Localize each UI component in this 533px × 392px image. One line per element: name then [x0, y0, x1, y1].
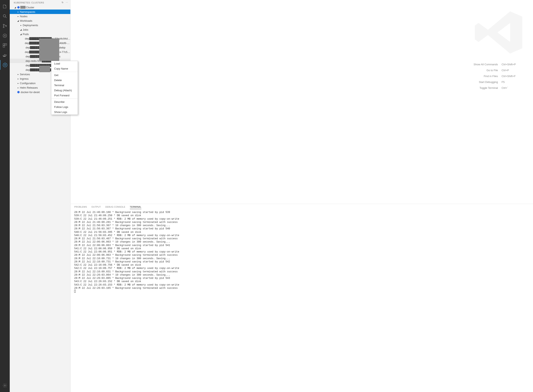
kubernetes-icon	[17, 91, 20, 93]
tree-pods[interactable]: ◢ Pods	[10, 32, 70, 36]
svg-marker-11	[17, 6, 20, 9]
activity-debug[interactable]	[0, 31, 10, 41]
context-follow-logs[interactable]: Follow Logs	[51, 104, 78, 110]
chevron-right-icon: ▸	[17, 82, 19, 84]
chevron-right-icon: ▸	[17, 15, 19, 17]
tree-deployments[interactable]: ▸ Deployments	[10, 23, 70, 27]
welcome-area: Show All CommandsCtrl+Shift+P Go to File…	[70, 0, 533, 204]
tree-namespaces[interactable]: ▸ Namespaces	[10, 9, 70, 14]
context-load[interactable]: Load	[51, 61, 78, 66]
refresh-icon[interactable]: ↻	[62, 1, 64, 4]
svg-point-10	[4, 385, 5, 386]
svg-marker-8	[3, 63, 7, 67]
svg-marker-12	[17, 91, 20, 93]
chevron-right-icon: ▸	[19, 24, 22, 26]
tab-terminal[interactable]: TERMINAL	[130, 206, 141, 209]
redacted	[20, 6, 26, 9]
svg-point-0	[3, 15, 6, 17]
context-menu: Load Copy Name Get Delete Terminal Debug…	[51, 61, 78, 115]
tree-cluster[interactable]: ◢ Cluster	[10, 5, 70, 9]
chevron-right-icon: ▸	[17, 11, 19, 13]
svg-rect-7	[3, 46, 5, 47]
sidebar: KUBERNETES: CLUSTERS ↻ ⋯ ◢ Cluster ▸ Nam…	[10, 0, 70, 392]
chevron-down-icon: ◢	[17, 20, 19, 22]
context-port-forward[interactable]: Port Forward	[51, 93, 78, 98]
chevron-right-icon: ▸	[17, 73, 19, 75]
context-terminal[interactable]: Terminal	[51, 83, 78, 88]
tree-workloads[interactable]: ◢ Workloads	[10, 19, 70, 23]
terminal-output[interactable]: 28:M 22 Jul 21:46:09.180 * Background sa…	[70, 211, 533, 392]
context-get[interactable]: Get	[51, 73, 78, 78]
redacted	[39, 66, 50, 72]
sidebar-title: KUBERNETES: CLUSTERS	[14, 1, 44, 4]
svg-point-2	[3, 27, 4, 28]
redacted	[39, 38, 59, 61]
context-debug-attach[interactable]: Debug (Attach)	[51, 88, 78, 93]
chevron-down-icon: ◢	[14, 6, 17, 9]
chevron-right-icon: ▸	[17, 87, 19, 89]
context-describe[interactable]: Describe	[51, 99, 78, 104]
context-delete[interactable]: Delete	[51, 78, 78, 83]
more-icon[interactable]: ⋯	[66, 1, 68, 4]
tab-debug-console[interactable]: DEBUG CONSOLE	[105, 206, 125, 209]
activity-extensions[interactable]	[0, 41, 10, 50]
tab-problems[interactable]: PROBLEMS	[74, 206, 87, 209]
context-show-logs[interactable]: Show Logs	[51, 110, 78, 115]
activity-kubernetes[interactable]	[0, 60, 10, 70]
command-hints: Show All CommandsCtrl+Shift+P Go to File…	[465, 63, 521, 92]
kubernetes-icon	[17, 6, 20, 9]
svg-point-9	[5, 64, 6, 65]
svg-rect-5	[3, 44, 5, 45]
tab-output[interactable]: OUTPUT	[91, 206, 101, 209]
chevron-down-icon: ◢	[19, 33, 22, 35]
activity-settings[interactable]	[0, 381, 10, 390]
cluster-label: Cluster	[26, 6, 34, 9]
panel-tabs: PROBLEMS OUTPUT DEBUG CONSOLE TERMINAL	[70, 204, 533, 211]
vscode-watermark-icon	[472, 6, 525, 60]
activity-explorer[interactable]	[0, 2, 10, 11]
main-area: Show All CommandsCtrl+Shift+P Go to File…	[70, 0, 533, 392]
svg-point-3	[6, 26, 7, 27]
tree-jobs[interactable]: ◢ Jobs	[10, 27, 70, 32]
svg-point-1	[3, 24, 4, 25]
activity-source-control[interactable]	[0, 21, 10, 31]
context-copy-name[interactable]: Copy Name	[51, 66, 78, 71]
activity-docker[interactable]	[0, 50, 10, 60]
activity-search[interactable]	[0, 11, 10, 21]
activity-bar	[0, 0, 10, 392]
chevron-down-icon: ◢	[19, 29, 22, 31]
svg-rect-6	[5, 44, 7, 45]
chevron-right-icon: ▸	[17, 78, 19, 80]
bottom-panel: PROBLEMS OUTPUT DEBUG CONSOLE TERMINAL 2…	[70, 204, 533, 392]
tree-nodes[interactable]: ▸ Nodes	[10, 14, 70, 19]
